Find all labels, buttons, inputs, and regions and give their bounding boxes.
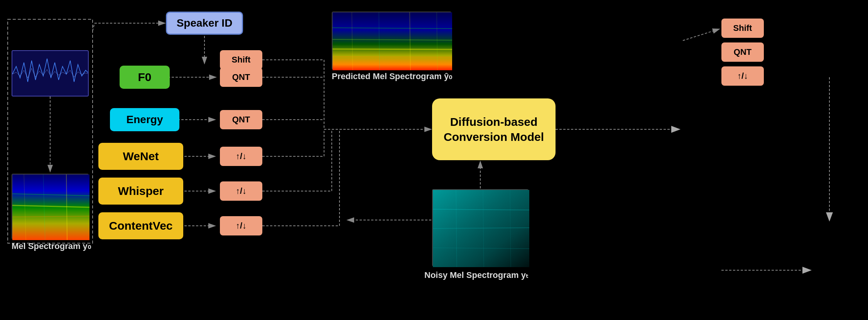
mel-predicted-spectrogram [332, 12, 451, 69]
updown-right-box: ↑/↓ [721, 66, 764, 86]
mel-noisy-label: Noisy Mel Spectrogram yₜ [424, 270, 528, 280]
wenet-box: WeNet [98, 143, 183, 170]
svg-line-4 [93, 23, 95, 31]
qnt-right-box: QNT [721, 42, 764, 62]
mel-noisy-svg [433, 190, 529, 267]
whisper-box: Whisper [98, 178, 183, 205]
updown2-box: ↑/↓ [220, 181, 262, 201]
mel-predicted-svg [333, 12, 452, 70]
shift-box: Shift [220, 50, 262, 69]
mel-source-spectrogram [12, 174, 89, 239]
waveform-box [12, 50, 89, 97]
updown-right-label: ↑/↓ [737, 71, 748, 81]
mel-source-label: Mel Spectrogram y₀ [12, 241, 91, 251]
diffusion-box: Diffusion-based Conversion Model [432, 98, 556, 160]
updown3-label: ↑/↓ [236, 221, 247, 231]
speaker-id-label: Speaker ID [177, 17, 233, 29]
speaker-id-box: Speaker ID [166, 12, 243, 35]
qnt1-box: QNT [220, 68, 262, 87]
contentvec-box: ContentVec [98, 212, 183, 239]
updown1-label: ↑/↓ [236, 151, 247, 161]
updown3-box: ↑/↓ [220, 216, 262, 235]
f0-label: F0 [138, 71, 151, 84]
svg-line-27 [683, 29, 719, 41]
updown1-box: ↑/↓ [220, 147, 262, 166]
qnt2-box: QNT [220, 110, 262, 129]
wenet-label: WeNet [123, 150, 159, 163]
svg-rect-39 [333, 12, 452, 70]
diffusion-label: Diffusion-based Conversion Model [444, 114, 544, 144]
shift-label: Shift [232, 55, 251, 65]
shift-right-label: Shift [733, 23, 752, 33]
qnt1-label: QNT [232, 72, 250, 82]
energy-box: Energy [110, 108, 179, 131]
qnt2-label: QNT [232, 115, 250, 125]
f0-box: F0 [120, 66, 170, 89]
waveform-svg [12, 51, 89, 97]
svg-line-42 [333, 49, 452, 49]
mel-noisy-spectrogram [432, 189, 529, 266]
contentvec-label: ContentVec [109, 219, 172, 232]
shift-right-box: Shift [721, 19, 764, 38]
updown2-label: ↑/↓ [236, 186, 247, 196]
qnt-right-label: QNT [734, 47, 751, 57]
mel-source-svg [12, 174, 90, 240]
svg-line-43 [333, 57, 452, 57]
mel-predicted-label: Predicted Mel Spectrogram ŷ₀ [332, 71, 452, 81]
diagram: Speaker ID F0 Energy WeNet Whisper Conte… [0, 0, 868, 320]
whisper-label: Whisper [118, 185, 164, 198]
svg-rect-30 [12, 51, 89, 97]
energy-label: Energy [127, 113, 163, 126]
